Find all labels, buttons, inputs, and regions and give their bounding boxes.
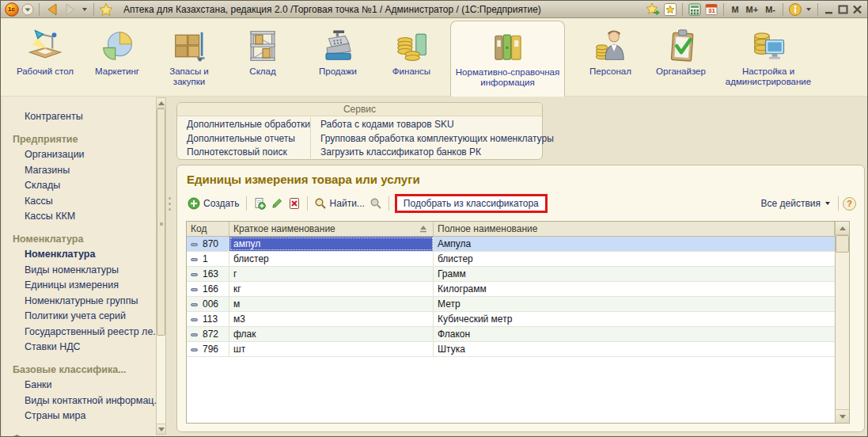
favorites-list-icon[interactable]	[663, 2, 677, 17]
sidebar-item-kassy[interactable]: Кассы	[2, 194, 156, 210]
scroll-up-button[interactable]	[836, 222, 849, 235]
pick-from-classifier-button[interactable]: Подобрать из классификатора	[404, 198, 539, 209]
table-scrollbar[interactable]	[835, 222, 849, 423]
table-row[interactable]: 163 г Грамм	[187, 267, 835, 282]
help-button[interactable]: ?	[843, 197, 856, 211]
create-button[interactable]: Создать	[185, 196, 242, 211]
full-name-cell: Флакон	[434, 327, 835, 341]
sidebar-item-vidy-kontaktnoj-informacii[interactable]: Виды контактной информац...	[2, 393, 156, 409]
close-button[interactable]	[851, 2, 863, 17]
tab-warehouse[interactable]: Склад	[229, 28, 297, 77]
memory-m-button[interactable]: М	[729, 5, 741, 14]
maximize-button[interactable]	[837, 2, 849, 17]
scroll-up-button[interactable]	[157, 98, 165, 108]
table-row[interactable]: 796 шт Штука	[187, 342, 835, 357]
divider	[838, 196, 839, 211]
table-header-row[interactable]: Код Краткое наименование Полное наименов…	[187, 222, 835, 237]
record-icon	[191, 258, 198, 261]
sidebar-item-sklady[interactable]: Склады	[2, 178, 156, 194]
forward-button[interactable]	[63, 2, 78, 17]
code-cell: 872	[187, 327, 229, 341]
code-cell: 1	[187, 252, 229, 266]
link-zagruzit-klassifikator-bankov[interactable]: Загрузить классификатор банков РК	[320, 146, 554, 160]
scrollbar-thumb[interactable]	[157, 108, 165, 336]
divider	[307, 196, 308, 211]
tab-finance[interactable]: Финансы	[377, 28, 445, 77]
divider	[723, 3, 724, 16]
favorites-star-icon[interactable]	[99, 2, 113, 17]
sidebar-item-organizacii[interactable]: Организации	[2, 147, 156, 163]
link-gruppovaya-obrabotka[interactable]: Групповая обработка комплектующих номенк…	[320, 132, 554, 146]
tab-personnel[interactable]: Персонал	[569, 28, 652, 77]
add-favorite-icon[interactable]	[646, 2, 661, 17]
tab-inventory-purchasing[interactable]: Запасы и закупки	[153, 28, 226, 87]
column-header-full-name[interactable]: Полное наименование	[434, 222, 835, 236]
binders-icon	[490, 28, 526, 65]
sidebar-item-politiki-ucheta-serij[interactable]: Политики учета серий	[2, 309, 156, 325]
tab-settings-administration[interactable]: Настройка и администрирование	[717, 28, 820, 87]
info-button[interactable]	[788, 2, 802, 17]
1c-logo-icon[interactable]: 1с	[5, 2, 19, 17]
table-row[interactable]: 1 блистер блистер	[187, 252, 835, 267]
sidebar-item-nomenklaturnye-gruppy[interactable]: Номенклатурные группы	[2, 294, 156, 310]
calculator-icon[interactable]	[688, 2, 702, 17]
cancel-search-button[interactable]	[367, 196, 385, 211]
back-button[interactable]	[44, 2, 60, 17]
annotation-highlight: Подобрать из классификатора	[395, 194, 548, 213]
panel-splitter[interactable]	[167, 97, 172, 436]
main-menu-button[interactable]	[21, 2, 34, 17]
divider	[817, 3, 818, 16]
sidebar-item-stavki-nds[interactable]: Ставки НДС	[2, 340, 156, 355]
link-polnotekstovyj-poisk[interactable]: Полнотекстовый поиск	[187, 146, 310, 160]
tab-master-data[interactable]: Нормативно-справочная информация	[450, 21, 565, 97]
info-dropdown[interactable]	[805, 2, 813, 17]
sidebar-item-banki[interactable]: Банки	[2, 378, 156, 393]
column-header-short-name[interactable]: Краткое наименование	[229, 222, 434, 236]
link-rabota-s-kodami-sku[interactable]: Работа с кодами товаров SKU	[320, 118, 554, 132]
tab-marketing[interactable]: Маркетинг	[81, 28, 153, 77]
memory-m-minus-button[interactable]: М-	[763, 5, 778, 14]
all-actions-button[interactable]: Все действия	[759, 196, 834, 211]
scrollbar-thumb[interactable]	[836, 235, 849, 253]
tab-sales[interactable]: Продажи	[302, 28, 373, 77]
create-group-button[interactable]	[251, 196, 268, 211]
sidebar-item-gos-reestr[interactable]: Государственный реестр ле...	[2, 325, 156, 340]
memory-m-plus-button[interactable]: М+	[744, 5, 761, 14]
tab-organizer[interactable]: Органайзер	[643, 28, 718, 77]
link-dopolnitelnye-obrabotki[interactable]: Дополнительные обработки	[187, 118, 310, 132]
link-dopolnitelnye-otchety[interactable]: Дополнительные отчеты	[187, 132, 310, 146]
code-cell: 163	[187, 267, 229, 281]
table-row[interactable]: 006 м Метр	[187, 297, 835, 312]
divider	[93, 3, 94, 16]
sidebar-item-vidy-nomenklatury[interactable]: Виды номенклатуры	[2, 263, 156, 279]
table-row[interactable]: 872 флак Флакон	[187, 327, 835, 342]
coins-icon	[393, 28, 430, 64]
sidebar-item-kassy-kkm[interactable]: Кассы ККМ	[2, 209, 156, 225]
workspace: Сервис Дополнительные обработки Дополнит…	[176, 97, 863, 431]
sidebar-item-edinicy-izmereniya[interactable]: Единицы измерения	[2, 278, 156, 294]
sidebar-item-strany-mira[interactable]: Страны мира	[2, 408, 156, 424]
table-row[interactable]: 166 кг Килограмм	[187, 282, 835, 297]
scroll-down-button[interactable]	[836, 409, 849, 423]
table-row[interactable]: 870 ампул Ампула	[187, 237, 835, 252]
find-button[interactable]: Найти...	[312, 196, 367, 211]
sidebar-item-kontragenty[interactable]: Контрагенты	[2, 109, 156, 125]
history-dropdown[interactable]	[81, 2, 89, 17]
minimize-button[interactable]	[823, 2, 835, 17]
sidebar-item-magaziny[interactable]: Магазины	[2, 163, 156, 179]
tab-label: Нормативно-справочная информация	[456, 67, 559, 87]
calendar-icon[interactable]: 31	[704, 2, 718, 17]
tab-desktop[interactable]: Рабочий стол	[9, 28, 81, 77]
sidebar-scrollbar[interactable]	[156, 97, 166, 435]
table-row[interactable]: 113 м3 Кубический метр	[187, 312, 835, 327]
column-header-code[interactable]: Код	[187, 222, 229, 236]
sidebar-item-nomenklatura[interactable]: Номенклатура	[2, 247, 156, 263]
short-name-cell: блистер	[229, 252, 434, 266]
code-cell: 006	[187, 297, 229, 311]
divider	[389, 196, 389, 211]
scroll-down-button[interactable]	[157, 424, 165, 434]
service-panel-title: Сервис	[177, 103, 542, 116]
delete-button[interactable]	[286, 196, 303, 211]
edit-button[interactable]	[268, 196, 286, 211]
calendar-day-label: 31	[704, 7, 718, 14]
